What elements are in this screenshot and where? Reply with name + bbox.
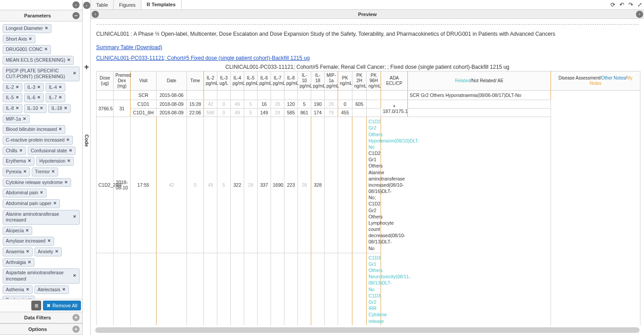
parameters-title: Parameters [3,13,72,18]
list-view-icon[interactable]: ≣ [31,301,41,310]
parameter-chip[interactable]: Tremor ✕ [32,168,58,176]
add-panel-icon[interactable]: + [84,63,89,72]
parameter-chip[interactable]: Anxiety ✕ [34,247,61,256]
remove-chip-icon[interactable]: ✕ [29,37,32,42]
remove-chip-icon[interactable]: ✕ [73,71,76,76]
parameter-chip[interactable]: Amylase increased ✕ [3,237,54,246]
parameter-chip[interactable]: Back pain ✕ [3,296,35,299]
col-header-ae: Related/Not Related/ AE [408,71,551,91]
code-panel-label[interactable]: Code [84,134,89,147]
parameter-chip[interactable]: IL-5 ✕ [3,93,22,102]
tab-r-templates[interactable]: R Templates [141,0,182,9]
remove-chip-icon[interactable]: ✕ [45,26,48,31]
remove-chip-icon[interactable]: ✕ [69,148,72,154]
parameter-chip[interactable]: Anaemia ✕ [3,247,33,256]
parameter-chip[interactable]: Blood bilirubin increased ✕ [3,125,65,134]
parameter-chip[interactable]: Chills ✕ [3,147,26,155]
parameter-chip[interactable]: C-reactive protein increased ✕ [3,136,73,145]
parameter-chip[interactable]: DRUG001 CONC ✕ [3,45,51,54]
parameter-chip[interactable]: IL-6 ✕ [24,93,44,102]
parameters-header[interactable]: Parameters − [0,10,82,21]
remove-chip-icon[interactable]: ✕ [23,117,26,122]
remove-chip-icon[interactable]: ✕ [67,58,71,63]
parameter-chip[interactable]: Aspartate aminotransferase increased ✕ [3,268,80,283]
parameter-chip[interactable]: Erythema ✕ [3,157,34,166]
remove-chip-icon[interactable]: ✕ [44,47,48,52]
remove-chip-icon[interactable]: ✕ [26,249,30,255]
parameter-chip[interactable]: Abdominal pain ✕ [3,188,47,197]
horizontal-scrollbar[interactable] [95,327,640,333]
remove-chip-icon[interactable]: ✕ [64,106,68,111]
parameter-chip[interactable]: MEAN ECLS (SCREENING) ✕ [3,56,74,65]
fullscreen-icon[interactable]: ⤢ [635,0,644,9]
parameter-chip[interactable]: Abdominal pain upper ✕ [3,199,60,208]
remove-chip-icon[interactable]: ✕ [19,148,23,154]
summary-table-link[interactable]: Summary Table (Download) [96,44,162,50]
remove-chip-icon[interactable]: ✕ [28,159,31,164]
parameter-chip[interactable]: IL-18 ✕ [48,104,71,113]
col-header: MIP-1apg/mL [325,71,338,91]
parameter-chip[interactable]: Asthenia ✕ [3,285,33,294]
refresh-icon[interactable]: ⟳ [608,0,617,9]
parameter-chip[interactable]: Cytokine release syndrome ✕ [3,178,71,187]
parameter-chip[interactable]: Atelectasis ✕ [34,285,69,294]
remove-chip-icon[interactable]: ✕ [16,95,19,100]
remove-chip-icon[interactable]: ✕ [23,169,27,175]
remove-chip-icon[interactable]: ✕ [37,95,41,100]
remove-chip-icon[interactable]: ✕ [59,85,62,90]
parameter-chip[interactable]: MIP-1a ✕ [3,115,30,124]
remove-chip-icon[interactable]: ✕ [73,273,76,279]
remove-chip-icon[interactable]: ✕ [40,106,43,111]
cohort-link[interactable]: CLINICAL001-PC033-11121; Cohort#5 Fixed … [96,55,310,61]
parameter-chip[interactable]: IL-2 ✕ [3,83,22,92]
remove-chip-icon[interactable]: ✕ [59,95,62,100]
parameter-chip[interactable]: Longest Diameter ✕ [3,24,51,33]
remove-chip-icon[interactable]: ✕ [64,180,68,185]
parameter-chip[interactable]: IL-4 ✕ [46,83,65,92]
parameter-chip[interactable]: Arthralgia ✕ [3,258,34,267]
remove-chip-icon[interactable]: ✕ [51,169,55,175]
preview-collapse-left-icon[interactable]: › [92,11,99,18]
nav-back-icon[interactable]: ‹ [72,1,80,8]
undo-icon[interactable]: ↶ [617,0,626,9]
remove-chip-icon[interactable]: ✕ [53,201,57,206]
tab-table[interactable]: Table [91,0,114,9]
tab-figures[interactable]: Figures [114,0,141,9]
remove-chip-icon[interactable]: ✕ [62,287,66,293]
parameter-chip[interactable]: Short Axis ✕ [3,35,35,44]
remove-chip-icon[interactable]: ✕ [16,85,19,90]
remove-chip-icon[interactable]: ✕ [47,239,51,244]
parameter-chip[interactable]: IL-10 ✕ [24,104,47,113]
redo-icon[interactable]: ↷ [626,0,635,9]
remove-chip-icon[interactable]: ✕ [66,138,70,143]
parameter-chip[interactable]: Hypotension ✕ [36,157,74,166]
remove-chip-icon[interactable]: ✕ [67,159,71,164]
remove-chip-icon[interactable]: ✕ [55,249,59,255]
data-filters-header[interactable]: Data Filters + [0,312,82,323]
parameter-chip[interactable]: IL-8 ✕ [3,104,22,113]
remove-chip-icon[interactable]: ✕ [16,106,19,111]
preview-collapse-right-icon[interactable]: › [636,11,643,18]
collapse-icon[interactable]: − [72,12,80,19]
expand-right-icon[interactable]: › [83,2,90,9]
col-header: PKng/mL [338,71,352,91]
parameter-chip[interactable]: IL-7 ✕ [46,93,65,102]
expand-icon[interactable]: + [72,314,80,321]
options-header[interactable]: Options + [0,323,82,335]
parameter-chip[interactable]: Alopecia ✕ [3,226,32,235]
remove-chip-icon[interactable]: ✕ [37,85,41,90]
parameter-chip[interactable]: Alanine aminotransferase increased ✕ [3,210,80,225]
parameter-chip[interactable]: IL-3 ✕ [24,83,44,92]
expand-icon[interactable]: + [72,326,80,333]
remove-chip-icon[interactable]: ✕ [25,228,29,234]
remove-chip-icon[interactable]: ✕ [28,260,31,265]
remove-chip-icon[interactable]: ✕ [26,287,30,293]
col-header: Date [157,71,187,91]
parameter-chip[interactable]: Confusional state ✕ [28,147,76,155]
parameter-chip[interactable]: Pyrexia ✕ [3,168,30,176]
remove-chip-icon[interactable]: ✕ [73,214,76,220]
parameter-chip[interactable]: PSCP (PLATE SPECIFIC CUT-POINT) (SCREENI… [3,67,80,81]
remove-chip-icon[interactable]: ✕ [40,190,43,196]
remove-chip-icon[interactable]: ✕ [59,127,62,132]
remove-all-button[interactable]: ✖ Remove All [43,301,81,310]
